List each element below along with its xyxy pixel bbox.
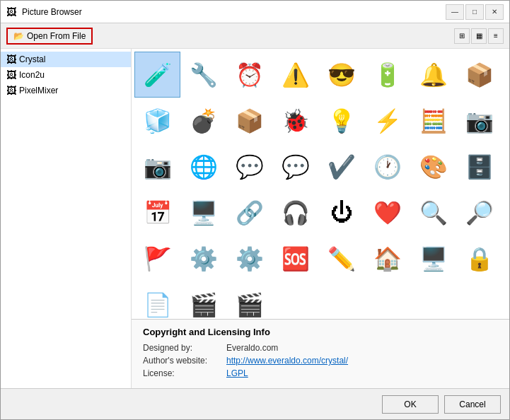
- sidebar-item-icon2u[interactable]: 🖼Icon2u: [1, 67, 131, 83]
- view-small-button[interactable]: ≡: [488, 28, 504, 44]
- icon-database: 🗄️: [463, 150, 497, 184]
- icon-doc: 📄: [141, 288, 175, 320]
- icon-cell-camera[interactable]: 📷: [456, 98, 502, 144]
- icon-cell-package[interactable]: 📦: [226, 98, 272, 144]
- icon-monitor: 🖥️: [187, 196, 221, 230]
- designer-label: Designed by:: [143, 343, 221, 353]
- icon-cell-film[interactable]: 🎬: [180, 281, 226, 319]
- main-content: 🖼Crystal🖼Icon2u🖼PixelMixer 🧪🔧⏰⚠️😎🔋🔔📦🧊💣📦🐞…: [1, 49, 509, 388]
- icon-cell-flag[interactable]: 🚩: [134, 235, 180, 281]
- view-medium-button[interactable]: ▦: [471, 28, 487, 44]
- view-buttons: ⊞ ▦ ≡: [454, 28, 504, 44]
- minimize-button[interactable]: —: [446, 4, 464, 20]
- icon-cell-bell[interactable]: 🔔: [410, 52, 456, 98]
- icon-cell-lab[interactable]: 🧪: [134, 52, 180, 98]
- icon-clock: ⏰: [233, 58, 267, 92]
- sidebar-item-pixelmixer[interactable]: 🖼PixelMixer: [1, 83, 131, 98]
- icon-cell-lightning[interactable]: ⚡: [364, 98, 410, 144]
- maximize-button[interactable]: □: [465, 4, 484, 20]
- icon-cell-calculator[interactable]: 🧮: [410, 98, 456, 144]
- icon-cell-search2[interactable]: 🔎: [456, 189, 502, 235]
- ok-button[interactable]: OK: [382, 395, 439, 414]
- icon-cell-headphones[interactable]: 🎧: [272, 189, 318, 235]
- icon-cell-database[interactable]: 🗄️: [456, 144, 502, 189]
- icon-cell-share[interactable]: 🔗: [226, 189, 272, 235]
- icon-gear: ⚙️: [187, 242, 221, 276]
- folder-icon: 🖼: [6, 69, 16, 81]
- icon-cell-palette[interactable]: 🎨: [410, 144, 456, 189]
- icon-screen: 🖥️: [417, 242, 451, 276]
- sidebar-item-crystal[interactable]: 🖼Crystal: [1, 52, 131, 67]
- icon-cell-gear[interactable]: ⚙️: [180, 235, 226, 281]
- footer: OK Cancel: [1, 388, 509, 419]
- icon-globe: 🌐: [187, 150, 221, 184]
- icon-cell-monitor[interactable]: 🖥️: [180, 189, 226, 235]
- icon-bulb: 💡: [325, 104, 359, 138]
- icon-film2: 🎬: [233, 288, 267, 320]
- icon-package: 📦: [233, 104, 267, 138]
- designer-value: Everaldo.com: [226, 343, 278, 353]
- info-title: Copyright and Licensing Info: [143, 327, 498, 337]
- icon-cell-film2[interactable]: 🎬: [226, 281, 272, 319]
- icon-time: 🕐: [371, 150, 405, 184]
- icon-cell-battery[interactable]: 🔋: [364, 52, 410, 98]
- icon-calculator: 🧮: [417, 104, 451, 138]
- icon-headphones: 🎧: [279, 196, 313, 230]
- icon-cell-chat2[interactable]: 💬: [272, 144, 318, 189]
- icon-chat: 💬: [233, 150, 267, 184]
- icon-cell-bulb[interactable]: 💡: [318, 98, 364, 144]
- icon-camera: 📷: [463, 104, 497, 138]
- icon-cell-home[interactable]: 🏠: [364, 235, 410, 281]
- icon-bug: 🐞: [279, 104, 313, 138]
- icon-cell-bug[interactable]: 🐞: [272, 98, 318, 144]
- icon-camera2: 📷: [141, 150, 175, 184]
- icon-film: 🎬: [187, 288, 221, 320]
- right-panel: 🧪🔧⏰⚠️😎🔋🔔📦🧊💣📦🐞💡⚡🧮📷📷🌐💬💬✔️🕐🎨🗄️📅🖥️🔗🎧⏻❤️🔍🔎🚩⚙️…: [132, 49, 509, 388]
- icon-cell-sos[interactable]: 🆘: [272, 235, 318, 281]
- license-label: License:: [143, 368, 221, 378]
- icon-cell-check[interactable]: ✔️: [318, 144, 364, 189]
- title-bar-controls: — □ ✕: [446, 4, 504, 20]
- cancel-button[interactable]: Cancel: [444, 395, 501, 414]
- icon-cell-heart[interactable]: ❤️: [364, 189, 410, 235]
- icon-cell-tools[interactable]: 🔧: [180, 52, 226, 98]
- icon-cell-face[interactable]: 😎: [318, 52, 364, 98]
- window: 🖼 Picture Browser — □ ✕ 📂 Open From File…: [0, 0, 510, 420]
- icon-chat2: 💬: [279, 150, 313, 184]
- icon-lab: 🧪: [141, 58, 175, 92]
- icon-cell-pen[interactable]: ✏️: [318, 235, 364, 281]
- icon-lightning: ⚡: [371, 104, 405, 138]
- icon-cell-calendar[interactable]: 📅: [134, 189, 180, 235]
- icon-cell-globe[interactable]: 🌐: [180, 144, 226, 189]
- open-from-file-button[interactable]: 📂 Open From File: [6, 28, 93, 45]
- icon-cell-time[interactable]: 🕐: [364, 144, 410, 189]
- view-large-button[interactable]: ⊞: [454, 28, 470, 44]
- icon-cell-doc[interactable]: 📄: [134, 281, 180, 319]
- website-link[interactable]: http://www.everaldo.com/crystal/: [226, 356, 348, 366]
- icon-cell-clock[interactable]: ⏰: [226, 52, 272, 98]
- icon-grid-container[interactable]: 🧪🔧⏰⚠️😎🔋🔔📦🧊💣📦🐞💡⚡🧮📷📷🌐💬💬✔️🕐🎨🗄️📅🖥️🔗🎧⏻❤️🔍🔎🚩⚙️…: [132, 49, 509, 319]
- icon-cell-warning[interactable]: ⚠️: [272, 52, 318, 98]
- icon-warning: ⚠️: [279, 58, 313, 92]
- icon-cell-power[interactable]: ⏻: [318, 189, 364, 235]
- icon-cell-bomb[interactable]: 💣: [180, 98, 226, 144]
- icon-bomb: 💣: [187, 104, 221, 138]
- icon-cell-search[interactable]: 🔍: [410, 189, 456, 235]
- sidebar-label: Icon2u: [19, 70, 45, 80]
- icon-bell: 🔔: [417, 58, 451, 92]
- icon-cell-camera2[interactable]: 📷: [134, 144, 180, 189]
- icon-power: ⏻: [325, 196, 359, 230]
- close-button[interactable]: ✕: [485, 4, 504, 20]
- icon-cell-screen[interactable]: 🖥️: [410, 235, 456, 281]
- window-title: Picture Browser: [22, 7, 446, 17]
- icon-cell-lock[interactable]: 🔒: [456, 235, 502, 281]
- icon-cell-gear2[interactable]: ⚙️: [226, 235, 272, 281]
- info-row-license: License: LGPL: [143, 368, 498, 378]
- icon-cell-box[interactable]: 📦: [456, 52, 502, 98]
- icon-battery: 🔋: [371, 58, 405, 92]
- sidebar-label: Crystal: [19, 54, 45, 64]
- icon-cell-cube[interactable]: 🧊: [134, 98, 180, 144]
- icon-flag: 🚩: [141, 242, 175, 276]
- icon-cell-chat[interactable]: 💬: [226, 144, 272, 189]
- license-link[interactable]: LGPL: [226, 368, 248, 378]
